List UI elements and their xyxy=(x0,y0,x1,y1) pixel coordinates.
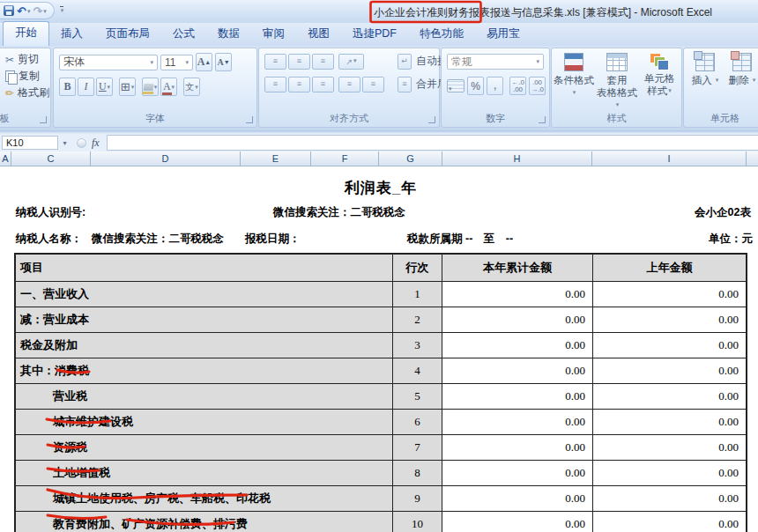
header-prior-amount[interactable]: 上年金额 xyxy=(593,255,746,281)
tab-pdf[interactable]: 迅捷PDF xyxy=(341,23,408,46)
row-label-cell[interactable]: 土地增值税 xyxy=(16,461,393,485)
formula-input[interactable] xyxy=(107,135,758,151)
fill-color-button[interactable] xyxy=(142,78,159,96)
taxpayer-name-value[interactable]: 微信搜索关注：二哥税税念 xyxy=(92,232,224,247)
row-prior-cell[interactable]: 0.00 xyxy=(593,282,746,307)
increase-indent-icon[interactable]: ≡ xyxy=(362,77,384,92)
tab-view[interactable]: 视图 xyxy=(296,23,341,46)
row-label-cell[interactable]: 教育费附加、矿产资源补偿费、排污费 xyxy=(16,512,393,532)
column-header-f[interactable]: F xyxy=(311,151,379,166)
column-header-j-sliver[interactable] xyxy=(747,151,758,166)
row-current-cell[interactable]: 0.00 xyxy=(442,307,593,332)
row-prior-cell[interactable]: 0.00 xyxy=(593,358,746,383)
row-prior-cell[interactable]: 0.00 xyxy=(593,512,746,532)
customize-qat-button[interactable] xyxy=(60,6,64,16)
italic-button[interactable]: I xyxy=(78,78,94,96)
insert-cells-button[interactable]: 插入 xyxy=(689,53,721,86)
column-header-d[interactable]: D xyxy=(91,151,241,166)
row-current-cell[interactable]: 0.00 xyxy=(442,282,593,307)
filing-date-label[interactable]: 报税日期： xyxy=(245,232,301,247)
tab-home[interactable]: 开始 xyxy=(3,21,49,46)
number-format-combo[interactable]: 常规 xyxy=(447,54,544,70)
row-prior-cell[interactable]: 0.00 xyxy=(593,410,746,434)
row-line-cell[interactable]: 2 xyxy=(393,307,442,332)
align-bottom-icon[interactable]: ≡ xyxy=(312,54,334,70)
shrink-font-button[interactable]: A▼ xyxy=(215,53,232,71)
column-header-e[interactable]: E xyxy=(241,151,311,166)
column-header-g[interactable]: G xyxy=(379,151,442,166)
row-label-cell[interactable]: 减：营业成本 xyxy=(16,307,393,332)
name-box-dropdown-icon[interactable]: ▾ xyxy=(58,139,71,147)
row-prior-cell[interactable]: 0.00 xyxy=(593,461,746,485)
orientation-button[interactable]: ↗ xyxy=(338,54,364,70)
taxpayer-name-label[interactable]: 纳税人名称： xyxy=(16,232,82,247)
increase-decimal-button[interactable]: ←.0 .00 xyxy=(509,77,526,95)
row-line-cell[interactable]: 4 xyxy=(393,358,442,383)
fx-icon[interactable]: fx xyxy=(92,137,100,150)
row-current-cell[interactable]: 0.00 xyxy=(442,333,593,358)
tab-insert[interactable]: 插入 xyxy=(49,23,94,46)
row-label-cell[interactable]: 城市维护建设税 xyxy=(16,410,393,434)
cell-styles-button[interactable]: 单元格 样式 xyxy=(640,53,679,97)
font-color-button[interactable]: A xyxy=(160,78,177,96)
row-current-cell[interactable]: 0.00 xyxy=(442,358,593,383)
number-dialog-launcher-icon[interactable] xyxy=(539,116,546,123)
unit-label[interactable]: 单位：元 xyxy=(709,232,753,247)
tab-formulas[interactable]: 公式 xyxy=(161,23,206,46)
row-label-cell[interactable]: 城镇土地使用税、房产税、车船税、印花税 xyxy=(16,486,393,511)
row-label-cell[interactable]: 营业税 xyxy=(16,384,393,409)
grow-font-button[interactable]: A▲ xyxy=(196,53,212,71)
align-center-icon[interactable]: ≡ xyxy=(288,77,310,92)
column-header-c[interactable]: C xyxy=(11,151,91,166)
save-icon[interactable] xyxy=(4,5,14,16)
row-line-cell[interactable]: 6 xyxy=(393,410,442,434)
phonetic-guide-button[interactable]: 文 xyxy=(183,78,200,96)
row-current-cell[interactable]: 0.00 xyxy=(442,410,593,434)
row-line-cell[interactable]: 8 xyxy=(393,461,442,485)
row-line-cell[interactable]: 5 xyxy=(393,384,442,409)
tab-special-features[interactable]: 特色功能 xyxy=(408,23,475,46)
wechat-note-top[interactable]: 微信搜索关注：二哥税税念 xyxy=(273,205,405,220)
row-line-cell[interactable]: 3 xyxy=(393,333,442,358)
row-current-cell[interactable]: 0.00 xyxy=(442,512,593,532)
font-dialog-launcher-icon[interactable] xyxy=(246,116,253,123)
undo-button[interactable]: ↶ xyxy=(17,5,30,17)
decrease-decimal-button[interactable]: .00 →.0 xyxy=(529,77,546,95)
row-current-cell[interactable]: 0.00 xyxy=(442,384,593,409)
format-as-table-button[interactable]: 套用 表格格式 xyxy=(596,53,638,111)
format-painter-button[interactable]: ✏ 格式刷 xyxy=(3,85,50,101)
column-header-h[interactable]: H xyxy=(442,151,592,166)
delete-cells-button[interactable]: 删除 xyxy=(726,53,758,86)
tab-page-layout[interactable]: 页面布局 xyxy=(94,23,161,46)
row-label-cell[interactable]: 一、营业收入 xyxy=(16,282,393,307)
underline-button[interactable]: U xyxy=(96,78,113,96)
row-line-cell[interactable]: 1 xyxy=(393,282,442,307)
report-title-cell[interactable]: 利润表_年 xyxy=(14,178,747,198)
borders-button[interactable]: ⊞ xyxy=(119,78,136,96)
tab-yiyongbao[interactable]: 易用宝 xyxy=(475,23,531,46)
column-header-i[interactable]: I xyxy=(592,151,747,166)
row-current-cell[interactable]: 0.00 xyxy=(442,435,593,460)
alignment-dialog-launcher-icon[interactable] xyxy=(428,116,435,123)
decrease-indent-icon[interactable]: ≡ xyxy=(338,77,360,92)
row-current-cell[interactable]: 0.00 xyxy=(442,461,593,485)
cut-button[interactable]: ✂ 剪切 xyxy=(3,51,50,68)
row-label-cell[interactable]: 其中：消费税 xyxy=(16,358,393,383)
tab-review[interactable]: 审阅 xyxy=(251,23,296,46)
percent-style-button[interactable]: % xyxy=(467,77,484,95)
row-line-cell[interactable]: 10 xyxy=(393,512,442,532)
row-prior-cell[interactable]: 0.00 xyxy=(593,486,746,511)
taxpayer-id-label[interactable]: 纳税人识别号: xyxy=(16,205,85,220)
bold-button[interactable]: B xyxy=(59,78,76,96)
redo-button[interactable]: ↷ xyxy=(33,5,46,17)
comma-style-button[interactable]: ， xyxy=(487,77,503,95)
name-box[interactable]: K10 xyxy=(2,136,58,150)
conditional-formatting-button[interactable]: 条件格式 xyxy=(554,53,594,99)
header-line-no[interactable]: 行次 xyxy=(393,255,442,281)
tab-data[interactable]: 数据 xyxy=(206,23,251,46)
row-prior-cell[interactable]: 0.00 xyxy=(593,435,746,460)
font-size-combo[interactable]: 11 xyxy=(160,55,193,70)
column-header-a[interactable]: A xyxy=(0,151,11,166)
row-current-cell[interactable]: 0.00 xyxy=(442,486,593,511)
row-prior-cell[interactable]: 0.00 xyxy=(593,307,746,332)
